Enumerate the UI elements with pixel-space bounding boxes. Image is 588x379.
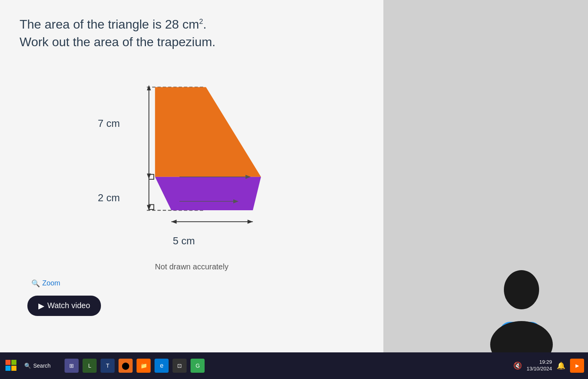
- svg-rect-4: [5, 366, 11, 371]
- triangle-shape: [155, 87, 261, 177]
- app-icon-1[interactable]: ⊞: [65, 359, 79, 373]
- svg-point-1: [490, 321, 553, 352]
- taskbar-corner-icon[interactable]: ▶: [570, 359, 584, 373]
- date-display: 13/10/2024: [527, 366, 552, 372]
- diagram-area: 7 cm 2 cm: [74, 63, 309, 258]
- time-display: 19:29: [527, 359, 552, 366]
- taskbar-search[interactable]: 🔍 Search: [21, 361, 54, 370]
- zoom-icon: 🔍: [31, 279, 40, 288]
- search-icon: 🔍: [24, 363, 31, 369]
- volume-icon[interactable]: 🔇: [513, 361, 522, 370]
- watch-video-button[interactable]: ▶ Watch video: [27, 296, 101, 316]
- notification-icon[interactable]: 🔔: [557, 361, 565, 370]
- taskbar-system-icons: 🔇 19:29 13/10/2024 🔔 ▶: [513, 359, 584, 373]
- base-arrow-left: [171, 220, 177, 224]
- app-icon-3[interactable]: T: [101, 359, 115, 373]
- label-2cm: 2 cm: [98, 192, 120, 204]
- person-silhouette: [486, 266, 557, 352]
- zoom-button[interactable]: 🔍 Zoom: [31, 279, 364, 288]
- svg-rect-3: [11, 360, 16, 365]
- trapezium-shape: [155, 177, 261, 210]
- taskbar-apps: ⊞ L T ⬤ 📁 e ⊡ G: [65, 359, 205, 373]
- video-icon: ▶: [38, 301, 44, 310]
- right-panel: [383, 0, 588, 352]
- not-drawn-note: Not drawn accurately: [20, 262, 364, 271]
- svg-rect-5: [11, 366, 16, 371]
- geometry-diagram: [74, 63, 309, 258]
- app-icon-2[interactable]: L: [83, 359, 97, 373]
- question-line2: Work out the area of the trapezium.: [20, 35, 216, 49]
- taskbar: 🔍 Search ⊞ L T ⬤ 📁 e ⊡ G 🔇 19:29: [0, 352, 588, 379]
- app-icon-6[interactable]: G: [191, 359, 205, 373]
- base-arrow-right: [248, 220, 253, 224]
- app-icon-5[interactable]: ⊡: [173, 359, 187, 373]
- svg-rect-2: [5, 360, 11, 365]
- start-button[interactable]: [4, 358, 18, 374]
- question-text: The area of the triangle is 28 cm2. Work…: [20, 16, 364, 51]
- app-icon-4[interactable]: 📁: [137, 359, 151, 373]
- watch-video-label: Watch video: [47, 301, 90, 310]
- app-icon-chrome[interactable]: ⬤: [119, 359, 133, 373]
- search-label: Search: [33, 363, 50, 369]
- svg-point-0: [504, 270, 539, 309]
- app-icon-edge[interactable]: e: [155, 359, 169, 373]
- label-7cm: 7 cm: [98, 117, 120, 130]
- taskbar-clock: 19:29 13/10/2024: [527, 359, 552, 372]
- arrow-up: [147, 85, 151, 90]
- label-5cm: 5 cm: [160, 235, 207, 247]
- zoom-label: Zoom: [42, 279, 60, 287]
- question-line1: The area of the triangle is 28 cm2.: [20, 17, 207, 31]
- main-content: The area of the triangle is 28 cm2. Work…: [0, 0, 383, 352]
